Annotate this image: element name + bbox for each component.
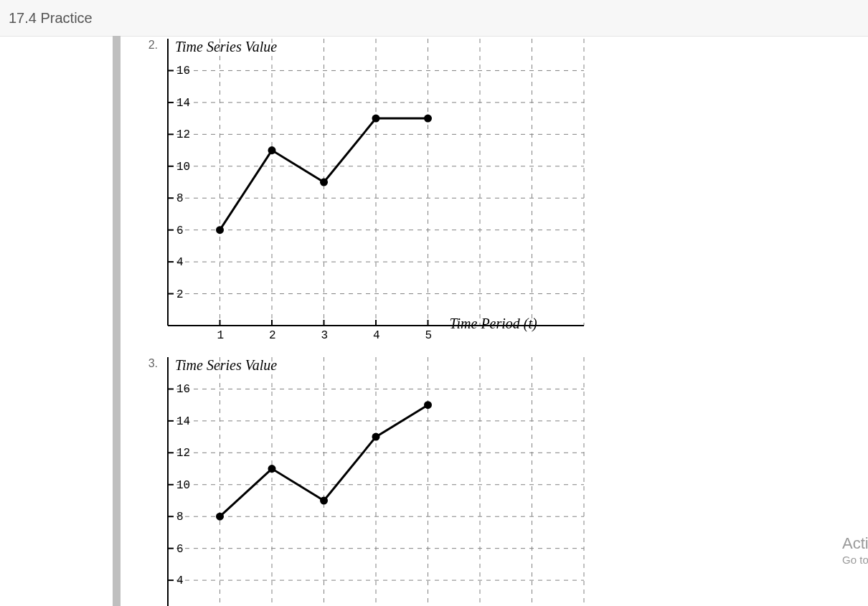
svg-text:14: 14 [176,97,190,110]
svg-text:5: 5 [425,329,433,340]
svg-text:4: 4 [176,574,184,587]
svg-point-50 [424,115,432,123]
svg-text:4: 4 [176,256,184,269]
svg-text:1: 1 [217,329,225,340]
svg-text:Time   Series    Value: Time Series Value [175,357,277,373]
svg-point-100 [372,433,380,441]
svg-text:10: 10 [176,479,190,492]
svg-text:12: 12 [176,128,190,141]
svg-point-98 [268,465,276,473]
question-number-2: 2. [135,39,164,52]
svg-point-49 [372,115,380,123]
page-header: 17.4 Practice [0,0,868,37]
chart-2: 24681012141612345Time Series ValueTime P… [164,357,587,606]
svg-text:3: 3 [321,329,329,340]
svg-point-97 [216,513,224,521]
svg-text:Time   Series    Value: Time Series Value [175,39,277,55]
chart-1: 24681012141612345Time Series ValueTime P… [164,39,587,340]
question-number-3: 3. [135,357,164,370]
svg-text:14: 14 [176,415,190,428]
svg-text:8: 8 [176,511,184,524]
question-3: 3. 24681012141612345Time Series ValueTim… [135,357,587,606]
svg-point-46 [216,226,224,234]
svg-text:16: 16 [176,383,190,396]
left-gutter [113,36,121,606]
svg-point-48 [320,179,328,186]
svg-text:6: 6 [176,543,184,556]
svg-text:2: 2 [269,329,276,340]
svg-text:12: 12 [176,447,190,460]
svg-text:4: 4 [373,329,380,340]
question-2: 2. 24681012141612345Time Series ValueTim… [135,39,587,340]
svg-text:16: 16 [176,65,190,77]
page-title: 17.4 Practice [9,10,93,26]
svg-text:6: 6 [176,224,184,237]
svg-point-101 [424,401,432,409]
svg-text:2: 2 [176,288,184,301]
svg-text:8: 8 [176,192,184,205]
content-area: 2. 24681012141612345Time Series ValueTim… [121,36,868,606]
svg-text:10: 10 [176,161,190,174]
svg-text:Time   Period   (t): Time Period (t) [450,316,538,332]
svg-point-47 [268,146,276,154]
svg-point-99 [320,497,328,505]
